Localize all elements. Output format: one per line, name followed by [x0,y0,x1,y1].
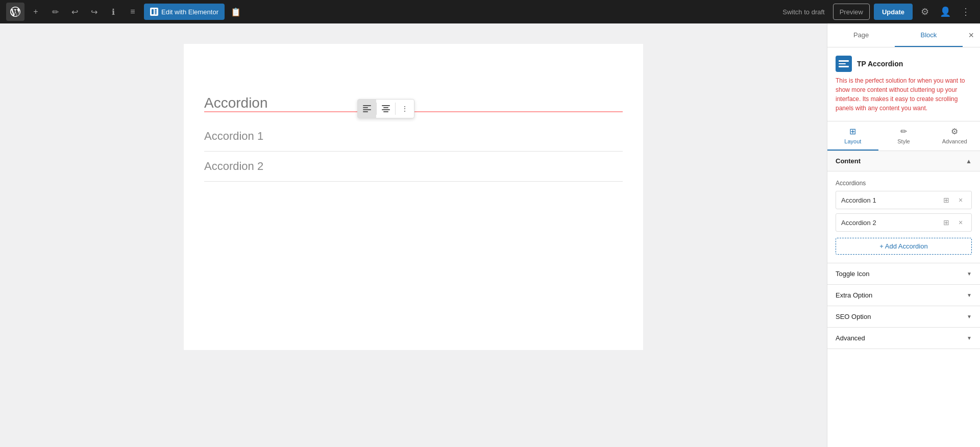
advanced-header[interactable]: Advanced ▼ [827,328,980,349]
user-button[interactable]: 👤 [937,4,953,20]
toggle-icon-chevron: ▼ [967,271,972,277]
advanced-title: Advanced [836,334,865,342]
style-sub-tab[interactable]: ✏ Style [878,121,929,151]
clipboard-button[interactable]: 📋 [228,4,244,20]
svg-rect-3 [155,13,157,14]
svg-rect-4 [363,105,371,106]
svg-rect-8 [382,105,390,106]
block-more-options-button[interactable]: ⋮ [396,100,414,118]
style-icon: ✏ [900,127,907,136]
block-name: TP Accordion [857,60,903,68]
add-block-button[interactable]: + [28,4,44,20]
svg-rect-10 [382,109,390,110]
list-button[interactable]: ≡ [125,4,141,20]
block-icon-line-1 [839,60,849,62]
block-icon [836,56,852,72]
accordion-2-delete-button[interactable]: × [955,217,966,228]
layout-tab-label: Layout [844,138,861,144]
more-options-button[interactable]: ⋮ [958,4,974,20]
edit-button[interactable]: ✏ [47,4,63,20]
layout-icon: ⊞ [849,127,856,136]
right-panel: Page Block × TP Accordion This is the pe… [827,23,980,447]
block-align-left-button[interactable] [358,100,376,118]
block-icon-inner [839,60,849,67]
main-area: ⋮ Accordion Accordion 1 Accordion 2 Page… [0,23,980,447]
panel-body: Content ▲ Accordions ⊞ × ⊞ [827,151,980,447]
info-button[interactable]: ℹ [105,4,121,20]
accordion-2-input[interactable] [841,219,938,227]
preview-button[interactable]: Preview [833,4,870,20]
advanced-section: Advanced ▼ [827,328,980,349]
update-button[interactable]: Update [874,4,913,20]
toggle-icon-header[interactable]: Toggle Icon ▼ [827,263,980,284]
block-icon-line-3 [839,66,849,67]
content-section-title: Content [836,157,861,165]
extra-option-header[interactable]: Extra Option ▼ [827,285,980,306]
canvas-area: ⋮ Accordion Accordion 1 Accordion 2 [0,23,827,447]
accordion-list-item-2: ⊞ × [836,213,972,232]
svg-rect-6 [363,109,371,110]
extra-option-title: Extra Option [836,291,872,299]
accordion-item-1-title: Accordion 1 [204,130,623,143]
extra-option-chevron: ▼ [967,292,972,298]
svg-rect-11 [383,111,388,112]
accordion-item-2[interactable]: Accordion 2 [204,152,623,182]
add-accordion-button[interactable]: + Add Accordion [836,238,972,255]
block-description: This is the perfect solution for when yo… [836,76,972,113]
edit-with-elementor-button[interactable]: Edit with Elementor [144,4,225,20]
toolbar-left: + ✏ ↩ ↪ ℹ ≡ Edit with Elementor 📋 [6,3,244,21]
undo-button[interactable]: ↩ [66,4,83,20]
block-sub-tabs: ⊞ Layout ✏ Style ⚙ Advanced [827,121,980,151]
block-toolbar: ⋮ [357,99,414,118]
settings-button[interactable]: ⚙ [917,4,933,20]
style-tab-label: Style [897,138,910,144]
block-info-header: TP Accordion [836,56,972,72]
content-section-body: Accordions ⊞ × ⊞ × + Add Accordion [827,171,980,263]
svg-rect-5 [363,107,368,108]
layout-sub-tab[interactable]: ⊞ Layout [827,121,878,151]
block-icon-line-2 [839,63,846,65]
accordion-item-1[interactable]: Accordion 1 [204,121,623,152]
advanced-icon: ⚙ [951,127,958,136]
block-align-center-button[interactable] [377,100,395,118]
advanced-tab-label: Advanced [942,138,967,144]
accordion-list-item-1: ⊞ × [836,191,972,209]
page-tab[interactable]: Page [827,24,895,47]
accordion-list: ⊞ × ⊞ × [836,191,972,232]
accordion-1-delete-button[interactable]: × [955,194,966,206]
accordion-2-edit-button[interactable]: ⊞ [941,217,952,228]
accordion-1-input[interactable] [841,196,938,204]
toggle-icon-section: Toggle Icon ▼ [827,263,980,285]
content-section-header[interactable]: Content ▲ [827,151,980,171]
advanced-chevron: ▼ [967,335,972,341]
switch-to-draft-button[interactable]: Switch to draft [778,4,828,20]
toolbar-right: Switch to draft Preview Update ⚙ 👤 ⋮ [778,4,974,20]
elementor-button-label: Edit with Elementor [161,8,218,16]
top-toolbar: + ✏ ↩ ↪ ℹ ≡ Edit with Elementor 📋 Switch… [0,0,980,23]
advanced-sub-tab[interactable]: ⚙ Advanced [929,121,980,151]
elementor-icon [150,8,158,16]
page-canvas: ⋮ Accordion Accordion 1 Accordion 2 [184,44,643,350]
panel-close-button[interactable]: × [963,23,981,47]
block-info: TP Accordion This is the perfect solutio… [827,47,980,121]
toggle-icon-title: Toggle Icon [836,270,870,278]
svg-rect-7 [363,111,368,112]
seo-option-header[interactable]: SEO Option ▼ [827,306,980,327]
svg-rect-1 [155,9,157,11]
block-tab[interactable]: Block [895,24,962,47]
svg-rect-9 [383,107,388,108]
seo-option-chevron: ▼ [967,314,972,319]
redo-button[interactable]: ↪ [86,4,102,20]
content-chevron-icon: ▲ [966,158,972,165]
panel-header: Page Block × [827,23,980,47]
accordions-field-label: Accordions [836,180,972,187]
extra-option-section: Extra Option ▼ [827,285,980,306]
svg-rect-0 [152,9,154,14]
seo-option-title: SEO Option [836,313,871,320]
svg-rect-2 [155,11,157,13]
accordion-item-2-title: Accordion 2 [204,160,623,173]
wp-logo[interactable] [6,3,24,21]
seo-option-section: SEO Option ▼ [827,306,980,328]
accordion-1-edit-button[interactable]: ⊞ [941,194,952,206]
